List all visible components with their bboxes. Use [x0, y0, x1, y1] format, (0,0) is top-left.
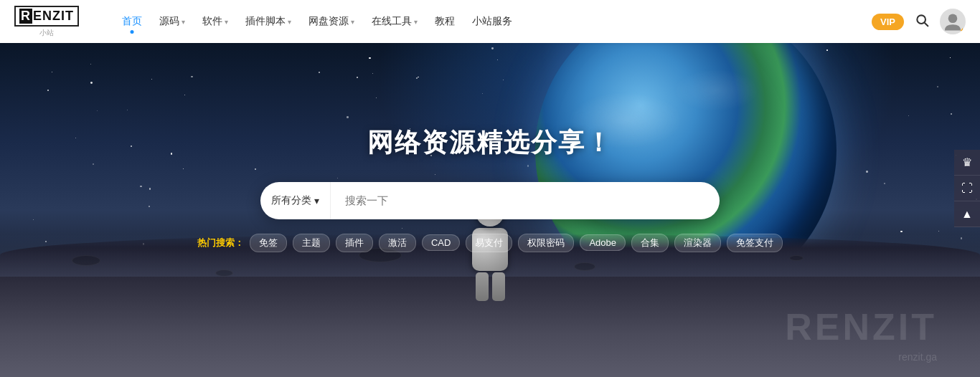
dropdown-arrow: ▾ — [351, 18, 354, 26]
hot-tag[interactable]: 合集 — [631, 234, 669, 252]
nav-item-tutorial[interactable]: 教程 — [428, 11, 462, 32]
dropdown-arrow: ▾ — [225, 18, 228, 26]
nav-item-plugins[interactable]: 插件脚本 ▾ — [238, 11, 298, 32]
hero-content: 网络资源精选分享！ 所有分类 ▾ 热门搜索： 免签主题插件激活CAD易支付权限密… — [0, 43, 980, 377]
scroll-up-button[interactable]: ▲ — [954, 201, 980, 227]
logo-box[interactable]: RENZIT — [14, 6, 79, 27]
hot-tag[interactable]: 易支付 — [466, 234, 512, 252]
dropdown-arrow: ▾ — [288, 18, 291, 26]
nav-item-source[interactable]: 源码 ▾ — [152, 11, 192, 32]
search-category-arrow: ▾ — [314, 195, 319, 206]
vip-button[interactable]: VIP — [872, 14, 904, 30]
logo-wrap: RENZIT 小站 — [14, 6, 79, 38]
logo-subtitle: 小站 — [39, 28, 54, 38]
nav-item-tools[interactable]: 在线工具 ▾ — [364, 11, 425, 32]
side-buttons: ♛ ⛶ ▲ — [954, 150, 980, 227]
hot-tag[interactable]: CAD — [422, 234, 460, 251]
search-bar: 所有分类 ▾ — [260, 182, 720, 219]
svg-line-1 — [925, 23, 928, 26]
hot-tag[interactable]: 插件 — [336, 234, 373, 252]
search-icon-button[interactable] — [915, 13, 929, 31]
nav-right: VIP ★ — [872, 9, 966, 34]
hero-title: 网络资源精选分享！ — [367, 125, 613, 161]
nav-item-software[interactable]: 软件 ▾ — [195, 11, 235, 32]
hero-section: 网络资源精选分享！ 所有分类 ▾ 热门搜索： 免签主题插件激活CAD易支付权限密… — [0, 43, 980, 377]
avatar-star-icon: ★ — [959, 27, 966, 34]
svg-point-2 — [948, 14, 958, 24]
nav-item-netdisk[interactable]: 网盘资源 ▾ — [301, 11, 362, 32]
search-category-dropdown[interactable]: 所有分类 ▾ — [260, 182, 331, 219]
search-category-label: 所有分类 — [271, 194, 311, 207]
hot-tag[interactable]: Adobe — [580, 234, 626, 251]
logo-r: R — [19, 9, 32, 24]
expand-button[interactable]: ⛶ — [954, 176, 980, 201]
avatar[interactable]: ★ — [940, 9, 966, 34]
hot-label: 热门搜索： — [197, 237, 244, 249]
logo-area: RENZIT 小站 — [14, 6, 93, 38]
svg-point-0 — [917, 15, 925, 24]
hot-tag[interactable]: 免签支付 — [727, 234, 783, 252]
logo-rest: ENZIT — [33, 9, 74, 24]
nav-item-service[interactable]: 小站服务 — [465, 11, 519, 32]
hot-tag[interactable]: 渲染器 — [674, 234, 721, 252]
nav-item-home[interactable]: 首页 — [115, 11, 149, 32]
navbar: RENZIT 小站 首页 源码 ▾ 软件 ▾ 插件脚本 ▾ 网盘资源 ▾ 在线工… — [0, 0, 980, 43]
dropdown-arrow: ▾ — [414, 18, 418, 26]
dropdown-arrow: ▾ — [182, 18, 185, 26]
nav-links: 首页 源码 ▾ 软件 ▾ 插件脚本 ▾ 网盘资源 ▾ 在线工具 ▾ 教程 小站服… — [115, 11, 872, 32]
hot-tags-area: 热门搜索： 免签主题插件激活CAD易支付权限密码Adobe合集渲染器免签支付 — [197, 234, 783, 252]
hot-tag[interactable]: 权限密码 — [518, 234, 574, 252]
hot-tag[interactable]: 免签 — [250, 234, 287, 252]
search-input[interactable] — [331, 194, 720, 206]
hot-tag[interactable]: 激活 — [379, 234, 416, 252]
hot-tag[interactable]: 主题 — [293, 234, 330, 252]
crown-button[interactable]: ♛ — [954, 150, 980, 176]
